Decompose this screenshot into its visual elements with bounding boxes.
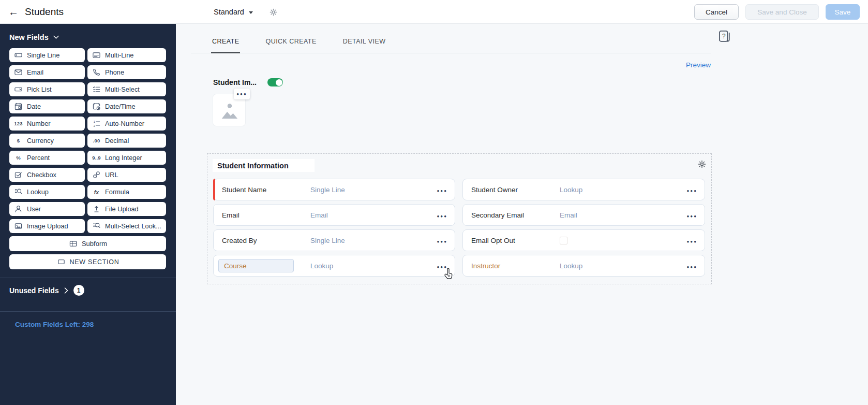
field-type-button-pick-list[interactable]: Pick List xyxy=(9,82,85,96)
student-image-label: Student Im... xyxy=(213,78,257,86)
fields-grid: Student NameSingle Line●●●Student OwnerL… xyxy=(213,179,705,277)
field-type-button-formula[interactable]: fxFormula xyxy=(87,185,166,199)
field-type-placeholder: Email xyxy=(560,211,577,219)
gear-icon[interactable] xyxy=(269,8,278,17)
new-fields-label: New Fields xyxy=(9,33,49,41)
field-type-button-currency[interactable]: $Currency xyxy=(9,134,85,148)
caret-down-icon[interactable] xyxy=(249,11,253,14)
image-placeholder-icon xyxy=(218,101,240,120)
field-type-button-subform[interactable]: Subform xyxy=(9,236,166,251)
field-menu-button[interactable]: ●●● xyxy=(684,182,700,197)
field-type-label: Email xyxy=(27,68,43,76)
field-card-email-opt-out[interactable]: Email Opt Out●●● xyxy=(462,229,705,251)
field-label-input[interactable]: Course xyxy=(218,259,294,272)
layout-tabs: CREATEQUICK CREATEDETAIL VIEW xyxy=(191,24,711,53)
toggle-knob xyxy=(276,79,282,86)
field-card-email[interactable]: EmailEmail●●● xyxy=(213,204,455,226)
save-and-close-button[interactable]: Save and Close xyxy=(745,4,819,20)
field-type-button-url[interactable]: URL xyxy=(87,168,166,182)
top-header: ← Students Standard Cancel Save and Clos… xyxy=(0,0,868,24)
field-menu-button[interactable]: ●●● xyxy=(684,233,700,248)
image-menu-button[interactable]: ●●● xyxy=(234,89,250,99)
unused-fields-row[interactable]: Unused Fields 1 xyxy=(9,278,166,303)
field-menu-button[interactable]: ●●● xyxy=(435,208,451,222)
email-opt-out-checkbox[interactable] xyxy=(560,237,567,244)
image-placeholder[interactable]: ●●● xyxy=(213,94,245,126)
tab-detail-view[interactable]: DETAIL VIEW xyxy=(343,38,386,53)
field-type-button-phone[interactable]: Phone xyxy=(87,65,166,79)
field-type-button-file-upload[interactable]: File Upload xyxy=(87,202,166,216)
student-information-section: Student Information Student NameSingle L… xyxy=(207,153,712,284)
field-type-label: Auto-Number xyxy=(105,120,144,127)
email-icon xyxy=(13,68,23,76)
field-type-placeholder: Lookup xyxy=(310,262,333,270)
field-type-label: Phone xyxy=(105,68,124,76)
layout-canvas: CREATEQUICK CREATEDETAIL VIEW ? Preview … xyxy=(176,24,868,405)
field-label: Student Owner xyxy=(471,186,560,194)
student-image-field: Student Im... ●●● xyxy=(213,78,283,126)
back-arrow-icon[interactable]: ← xyxy=(8,7,19,17)
field-card-created-by[interactable]: Created BySingle Line●●● xyxy=(213,229,455,251)
single-line-icon xyxy=(13,51,23,59)
field-card-student-name[interactable]: Student NameSingle Line●●● xyxy=(213,179,455,200)
field-type-button-date-time[interactable]: Date/Time xyxy=(87,99,166,113)
preview-link[interactable]: Preview xyxy=(686,61,711,69)
field-label: Student Name xyxy=(222,186,310,194)
field-type-label: Single Line xyxy=(27,51,59,59)
student-image-toggle[interactable] xyxy=(267,78,283,86)
layout-selector[interactable]: Standard xyxy=(214,8,244,16)
help-doc-icon[interactable]: ? xyxy=(718,29,731,47)
field-type-button-number[interactable]: 123Number xyxy=(9,117,85,131)
field-type-button-new-section[interactable]: NEW SECTION xyxy=(9,254,166,269)
field-type-button-single-line[interactable]: Single Line xyxy=(9,48,85,62)
long-integer-icon: 9..9 xyxy=(92,155,101,161)
field-type-button-image-upload[interactable]: Image Upload xyxy=(9,219,85,233)
field-type-button-auto-number[interactable]: 12Auto-Number xyxy=(87,117,166,131)
file-upload-icon xyxy=(92,205,101,213)
section-title[interactable]: Student Information xyxy=(213,159,315,172)
field-card-secondary-email[interactable]: Secondary EmailEmail●●● xyxy=(462,204,705,226)
field-type-button-percent[interactable]: %Percent xyxy=(9,151,85,165)
page-title: Students xyxy=(25,6,64,18)
user-icon xyxy=(13,205,23,213)
new-fields-header[interactable]: New Fields xyxy=(9,33,166,41)
field-card-student-owner[interactable]: Student OwnerLookup●●● xyxy=(462,179,705,200)
field-menu-button[interactable]: ●●● xyxy=(435,233,451,248)
tab-create[interactable]: CREATE xyxy=(212,38,239,53)
field-type-label: Subform xyxy=(82,240,107,248)
date-time-icon xyxy=(92,103,101,110)
field-type-button-multi-select-look[interactable]: Multi-Select Look... xyxy=(87,219,166,233)
field-type-label: Multi-Select Look... xyxy=(105,222,161,230)
checkbox-icon xyxy=(13,171,23,179)
field-card-course[interactable]: CourseLookup●●● xyxy=(213,255,455,277)
field-type-button-checkbox[interactable]: Checkbox xyxy=(9,168,85,182)
field-type-button-decimal[interactable]: .00Decimal xyxy=(87,134,166,148)
field-card-instructor[interactable]: InstructorLookup●●● xyxy=(462,255,705,277)
field-menu-button[interactable]: ●●● xyxy=(684,258,700,273)
save-button[interactable]: Save xyxy=(826,4,860,20)
field-menu-button[interactable]: ●●● xyxy=(435,182,451,197)
field-type-label: URL xyxy=(105,171,118,179)
field-type-button-multi-select[interactable]: Multi-Select xyxy=(87,82,166,96)
field-type-button-date[interactable]: Date xyxy=(9,99,85,113)
tab-quick-create[interactable]: QUICK CREATE xyxy=(265,38,316,53)
field-type-button-user[interactable]: User xyxy=(9,202,85,216)
field-type-label: Decimal xyxy=(105,137,129,144)
field-type-label: Checkbox xyxy=(27,171,56,179)
field-type-placeholder: Single Line xyxy=(310,186,345,194)
field-type-button-lookup[interactable]: Lookup xyxy=(9,185,85,199)
field-type-label: Formula xyxy=(105,188,129,196)
cancel-button[interactable]: Cancel xyxy=(694,4,739,20)
field-label: Instructor xyxy=(471,262,560,270)
field-menu-button[interactable]: ●●● xyxy=(435,258,451,273)
section-gear-icon[interactable] xyxy=(697,160,707,171)
chevron-right-icon xyxy=(64,287,68,294)
field-menu-button[interactable]: ●●● xyxy=(684,208,700,222)
field-type-button-email[interactable]: Email xyxy=(9,65,85,79)
image-upload-icon xyxy=(13,222,23,230)
date-icon xyxy=(13,103,23,110)
sidebar-divider xyxy=(0,311,176,312)
field-type-label: Multi-Line xyxy=(105,51,133,59)
field-type-button-long-integer[interactable]: 9..9Long Integer xyxy=(87,151,166,165)
field-type-button-multi-line[interactable]: Multi-Line xyxy=(87,48,166,62)
